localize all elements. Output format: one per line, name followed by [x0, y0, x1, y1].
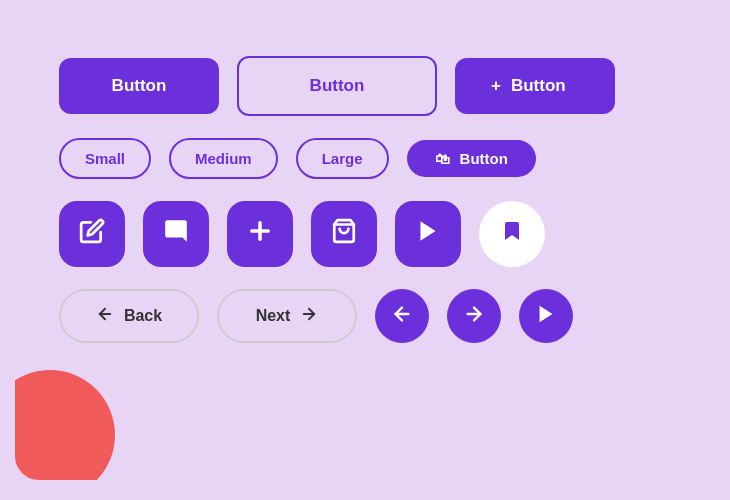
bookmark-icon: [500, 219, 524, 249]
bag-button-label: Button: [460, 150, 508, 167]
shopping-icon: [331, 218, 357, 250]
svg-marker-8: [540, 305, 553, 322]
back-button[interactable]: Back: [59, 289, 199, 343]
circle-play-icon: [535, 303, 557, 330]
medium-button[interactable]: Medium: [169, 138, 278, 179]
add-button[interactable]: [227, 201, 293, 267]
pencil-icon: [79, 218, 105, 250]
row-1: Button Button + Button: [59, 56, 671, 116]
plus-icon: +: [491, 76, 501, 96]
shopping-button[interactable]: [311, 201, 377, 267]
pencil-button[interactable]: [59, 201, 125, 267]
chat-icon: [163, 218, 189, 250]
next-label: Next: [256, 307, 291, 325]
arrow-right-icon: [300, 305, 318, 327]
circle-arrow-right-icon: [463, 303, 485, 330]
circle-play-button[interactable]: [519, 289, 573, 343]
row-3: [59, 201, 671, 267]
card: Button Button + Button Small Medium Larg…: [15, 20, 715, 480]
blob-decoration: [15, 370, 115, 480]
play-icon: [415, 218, 441, 250]
svg-marker-3: [420, 221, 435, 241]
bag-icon: 🛍: [435, 150, 450, 167]
primary-icon-button[interactable]: + Button: [455, 58, 615, 114]
outline-button[interactable]: Button: [237, 56, 437, 116]
large-button[interactable]: Large: [296, 138, 389, 179]
small-button[interactable]: Small: [59, 138, 151, 179]
primary-button-1[interactable]: Button: [59, 58, 219, 114]
bag-button[interactable]: 🛍 Button: [407, 140, 536, 177]
next-button[interactable]: Next: [217, 289, 357, 343]
chat-button[interactable]: [143, 201, 209, 267]
row-2: Small Medium Large 🛍 Button: [59, 138, 671, 179]
back-label: Back: [124, 307, 162, 325]
row-4: Back Next: [59, 289, 671, 343]
circle-arrow-left-icon: [391, 303, 413, 330]
circle-right-button[interactable]: [447, 289, 501, 343]
circle-left-button[interactable]: [375, 289, 429, 343]
arrow-left-icon: [96, 305, 114, 327]
primary-icon-button-label: Button: [511, 76, 566, 96]
bookmark-button[interactable]: [479, 201, 545, 267]
add-icon: [246, 217, 274, 251]
play-button-square[interactable]: [395, 201, 461, 267]
